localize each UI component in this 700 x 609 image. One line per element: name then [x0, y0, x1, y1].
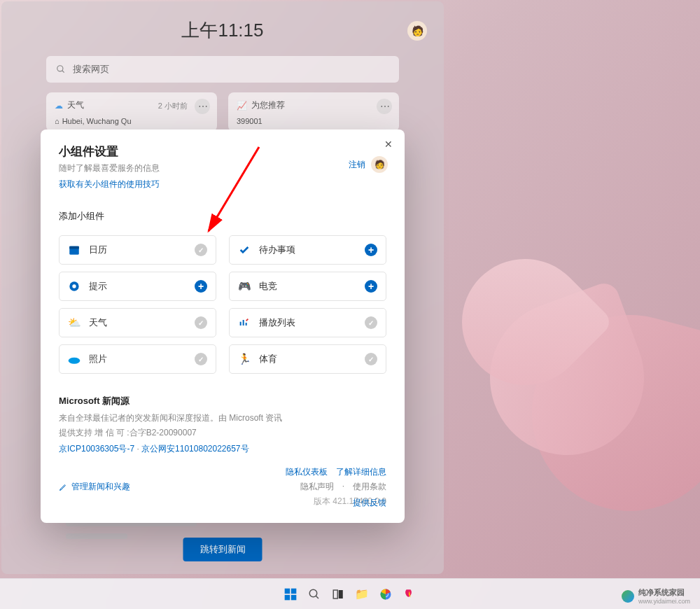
add-widget-title: 添加小组件 — [59, 210, 386, 223]
dialog-subtitle: 随时了解最喜爱服务的信息 — [59, 162, 386, 174]
weather-icon: ⛅ — [68, 316, 80, 329]
widget-grid: 日历 待办事项 提示 🎮 电竞 ⛅ 天气 播放列表 — [59, 235, 386, 374]
svg-rect-14 — [291, 594, 297, 600]
calendar-icon — [68, 244, 80, 256]
svg-rect-12 — [291, 588, 297, 594]
taskbar: 📁 — [0, 578, 700, 609]
pencil-icon — [59, 483, 67, 491]
start-button[interactable] — [281, 584, 300, 604]
recommend-card[interactable]: 📈为您推荐 ⋯ 399001 — [228, 92, 399, 132]
svg-point-15 — [309, 589, 317, 597]
svg-rect-3 — [69, 246, 79, 249]
privacy-dashboard-link[interactable]: 隐私仪表板 — [286, 466, 328, 478]
watermark-icon — [622, 590, 634, 603]
widget-item-sports[interactable]: 🏃 体育 — [229, 344, 386, 374]
privacy-link[interactable]: 隐私声明 — [300, 481, 334, 493]
panel-time: 上午11:15 — [1, 8, 444, 43]
location-icon: ⌂ — [55, 117, 59, 125]
todo-icon — [238, 244, 251, 256]
svg-point-0 — [57, 66, 63, 71]
widget-item-calendar[interactable]: 日历 — [59, 235, 216, 265]
widget-item-photos[interactable]: 照片 — [59, 344, 216, 374]
svg-rect-18 — [339, 590, 343, 598]
terms-link[interactable]: 使用条款 — [353, 481, 386, 493]
jump-to-news-button[interactable]: 跳转到新闻 — [183, 538, 262, 561]
news-source-title: Microsoft 新闻源 — [59, 395, 386, 407]
svg-line-1 — [62, 71, 64, 73]
search-placeholder: 搜索网页 — [73, 63, 109, 76]
tips-link[interactable]: 获取有关小组件的使用技巧 — [59, 178, 386, 190]
plus-icon[interactable] — [365, 244, 377, 256]
plus-icon[interactable] — [365, 280, 377, 293]
svg-rect-13 — [285, 594, 290, 600]
dialog-title: 小组件设置 — [59, 144, 386, 160]
search-input[interactable]: 搜索网页 — [46, 56, 399, 83]
user-avatar[interactable]: 🧑 — [407, 21, 427, 41]
svg-rect-17 — [333, 590, 337, 598]
svg-line-16 — [316, 596, 318, 598]
watermark: 纯净系统家园 www.yidaimei.com — [622, 587, 690, 605]
weather-card[interactable]: ☁天气 2 小时前 ⋯ ⌂Hubei, Wuchang Qu — [46, 92, 217, 132]
news-desc: 来自全球最佳记者的突发新闻和深度报道。由 Microsoft 资讯 — [59, 412, 386, 424]
plus-icon[interactable] — [195, 280, 207, 293]
app-icon[interactable] — [400, 584, 419, 604]
chrome-icon[interactable] — [376, 584, 396, 604]
playlist-icon — [238, 316, 251, 329]
gamepad-icon: 🎮 — [238, 280, 251, 293]
widget-item-weather[interactable]: ⛅ 天气 — [59, 308, 216, 337]
svg-point-5 — [72, 284, 76, 288]
svg-rect-11 — [285, 588, 290, 594]
widget-item-todo[interactable]: 待办事项 — [229, 235, 386, 265]
card-menu-icon[interactable]: ⋯ — [377, 99, 392, 114]
search-button[interactable] — [304, 584, 324, 604]
card-menu-icon[interactable]: ⋯ — [195, 99, 210, 114]
check-icon[interactable] — [195, 244, 207, 256]
sports-icon: 🏃 — [238, 353, 251, 365]
icp-link-1[interactable]: 京ICP10036305号-7 — [59, 444, 134, 454]
photos-icon — [68, 353, 80, 365]
widget-settings-dialog: ✕ 小组件设置 随时了解最喜爱服务的信息 获取有关小组件的使用技巧 注销 🧑 添… — [41, 130, 405, 523]
tips-icon — [68, 280, 80, 293]
task-view-button[interactable] — [328, 584, 348, 604]
icp-link-2[interactable]: 京公网安11010802022657号 — [141, 444, 248, 454]
check-icon[interactable] — [195, 316, 207, 329]
search-icon — [56, 64, 66, 74]
widget-item-esports[interactable]: 🎮 电竞 — [229, 272, 386, 301]
avatar-icon: 🧑 — [371, 156, 388, 173]
widget-item-tips[interactable]: 提示 — [59, 272, 216, 301]
learn-more-link[interactable]: 了解详细信息 — [336, 466, 386, 478]
widget-item-playlist[interactable]: 播放列表 — [229, 308, 386, 337]
manage-news-link[interactable]: 管理新闻和兴趣 — [59, 466, 130, 507]
check-icon[interactable] — [365, 353, 377, 365]
chart-icon: 📈 — [237, 101, 247, 111]
check-icon[interactable] — [365, 316, 377, 329]
svg-point-9 — [69, 358, 80, 364]
cloud-icon: ☁ — [55, 101, 63, 111]
feedback-link[interactable]: 提供反馈 — [353, 497, 386, 509]
news-support: 提供支持 增 信 可 :合字B2-20090007 — [59, 427, 386, 439]
check-icon[interactable] — [195, 353, 207, 365]
close-icon[interactable]: ✕ — [382, 138, 395, 150]
signout-link[interactable]: 注销 🧑 — [349, 156, 388, 173]
file-explorer-icon[interactable]: 📁 — [352, 584, 372, 604]
weather-time: 2 小时前 — [158, 101, 188, 111]
